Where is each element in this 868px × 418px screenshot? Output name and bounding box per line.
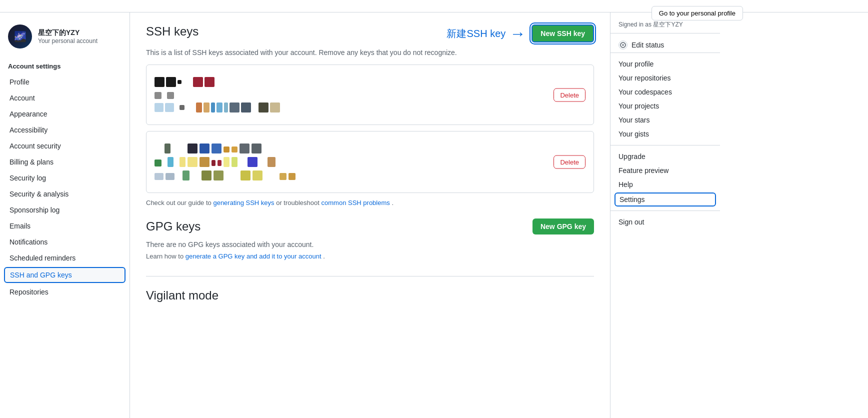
sidebar-item-scheduled-reminders[interactable]: Scheduled reminders [0,250,130,266]
right-panel: Signed in as 星空下YZY Edit status Your pro… [610,12,720,418]
sidebar-section-title: Account settings [0,58,130,74]
right-menu-your-stars[interactable]: Your stars [610,113,720,127]
sidebar-item-notifications[interactable]: Notifications [0,234,130,250]
signed-in-text: Signed in as 星空下YZY [610,18,720,34]
new-gpg-key-button[interactable]: New GPG key [532,218,594,234]
sidebar-item-accessibility[interactable]: Accessibility [0,122,130,138]
ssh-key-card-1: Delete [146,64,594,125]
main-content: SSH keys 新建SSH key → New SSH key This is… [130,12,610,418]
right-menu-feature-preview[interactable]: Feature preview [610,164,720,178]
sidebar-item-security-log[interactable]: Security log [0,170,130,186]
edit-status-label: Edit status [632,41,664,49]
sidebar-item-security-analysis[interactable]: Security & analysis [0,186,130,202]
new-ssh-key-button[interactable]: New SSH key [532,24,594,42]
sidebar-subtitle: Your personal account [38,38,98,44]
right-menu-your-repositories[interactable]: Your repositories [610,71,720,85]
ssh-key-1-delete-button[interactable]: Delete [554,88,586,102]
ssh-description: This is a list of SSH keys associated wi… [146,48,594,56]
edit-status-button[interactable]: Edit status [610,38,720,53]
right-menu-divider-1 [610,145,720,146]
sidebar: 🌌 星空下的YZY Your personal account Account … [0,12,130,418]
right-menu-your-codespaces[interactable]: Your codespaces [610,85,720,99]
sidebar-item-sponsorship-log[interactable]: Sponsorship log [0,202,130,218]
gpg-section-header: GPG keys New GPG key [146,218,594,234]
right-menu-group-1: Your profile Your repositories Your code… [610,57,720,141]
sidebar-item-billing[interactable]: Billing & plans [0,154,130,170]
ssh-key-2-delete-button[interactable]: Delete [554,156,586,169]
right-menu-your-gists[interactable]: Your gists [610,127,720,141]
ssh-key-card-2: Delete [146,131,594,193]
sidebar-item-account[interactable]: Account [0,90,130,106]
gpg-empty-text: There are no GPG keys associated with yo… [146,240,594,248]
right-menu-upgrade[interactable]: Upgrade [610,150,720,164]
right-menu-group-2: Upgrade Feature preview Help Settings [610,150,720,206]
sidebar-username: 星空下的YZY [38,28,98,38]
right-menu-your-profile[interactable]: Your profile [610,57,720,71]
ssh-guide-text: Check out our guide to generating SSH ke… [146,199,594,206]
generate-gpg-key-link[interactable]: generate a GPG key and add it to your ac… [186,252,322,260]
sidebar-item-profile[interactable]: Profile [0,74,130,90]
avatar: 🌌 [8,24,32,48]
right-menu-help[interactable]: Help [610,178,720,192]
right-menu-sign-out[interactable]: Sign out [610,215,720,229]
go-to-profile-button[interactable]: Go to your personal profile [652,6,743,20]
ssh-keys-title: SSH keys [146,24,198,38]
gpg-learn-text: Learn how to generate a GPG key and add … [146,252,594,260]
status-icon [618,40,628,50]
gpg-keys-title: GPG keys [146,220,200,234]
generating-ssh-keys-link[interactable]: generating SSH keys [213,199,274,206]
sidebar-item-appearance[interactable]: Appearance [0,106,130,122]
common-ssh-problems-link[interactable]: common SSH problems [322,199,390,206]
sidebar-item-emails[interactable]: Emails [0,218,130,234]
sidebar-item-ssh-gpg-keys[interactable]: SSH and GPG keys [4,267,126,283]
annotation-arrow-icon: → [510,26,526,42]
right-menu-divider-2 [610,210,720,211]
vigilant-mode-title: Vigilant mode [146,288,594,302]
sidebar-user: 🌌 星空下的YZY Your personal account [0,20,130,56]
right-menu-settings[interactable]: Settings [614,192,716,206]
new-ssh-annotation-text: 新建SSH key [446,27,506,40]
sidebar-item-account-security[interactable]: Account security [0,138,130,154]
sidebar-item-repositories[interactable]: Repositories [0,284,130,300]
right-menu-your-projects[interactable]: Your projects [610,99,720,113]
